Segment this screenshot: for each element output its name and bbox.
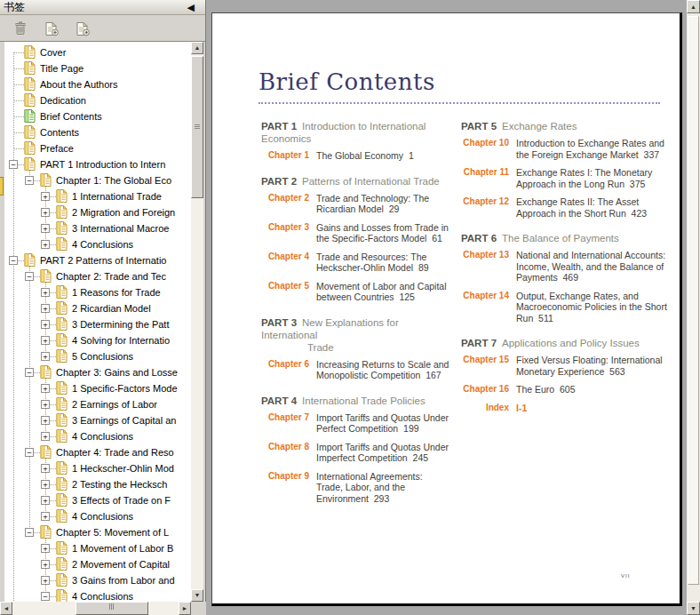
bookmark-label[interactable]: Chapter 3: Gains and Losse	[56, 364, 178, 380]
bookmark-label[interactable]: 1 Movement of Labor B	[72, 540, 173, 556]
bookmark-item[interactable]: Cover	[4, 44, 191, 60]
bookmark-label[interactable]: PART 1 Introduction to Intern	[40, 156, 165, 172]
bookmark-item[interactable]: Preface	[4, 140, 191, 156]
add-bookmark-button[interactable]	[41, 19, 62, 38]
panel-scroll-up-icon[interactable]: ▲	[191, 42, 203, 54]
expand-node-icon[interactable]: +	[41, 336, 50, 345]
bookmark-label[interactable]: 4 Conclusions	[72, 508, 133, 524]
expand-node-icon[interactable]: +	[41, 288, 50, 297]
toc-chapter-entry[interactable]: Chapter 4 Trade and Resources: The Hecks…	[261, 252, 451, 274]
bookmark-label[interactable]: 1 International Trade	[72, 188, 162, 204]
collapse-panel-icon[interactable]: ◀	[187, 2, 195, 13]
toc-chapter-entry[interactable]: Chapter 7 Import Tariffs and Quotas Unde…	[261, 412, 451, 435]
panel-scroll-thumb[interactable]	[191, 56, 203, 198]
expand-node-icon[interactable]: +	[41, 464, 50, 473]
bookmark-sub-item[interactable]: + 1 Movement of Labor B	[4, 540, 191, 556]
collapse-node-icon[interactable]: −	[25, 272, 34, 281]
bookmark-item[interactable]: − PART 2 Patterns of Internatio	[4, 252, 191, 268]
bookmark-sub-item[interactable]: − 4 Conclusions	[4, 588, 191, 602]
document-scroll-thumb[interactable]	[688, 16, 699, 585]
expand-node-icon[interactable]: +	[41, 576, 50, 585]
bookmark-item[interactable]: − PART 1 Introduction to Intern	[4, 156, 191, 172]
bookmark-label[interactable]: 5 Conclusions	[72, 348, 133, 364]
bookmark-label[interactable]: 3 Effects of Trade on F	[72, 492, 171, 508]
collapse-node-icon[interactable]: −	[9, 160, 18, 169]
bookmark-sub-item[interactable]: + 1 Reasons for Trade	[4, 284, 191, 300]
toc-chapter-entry[interactable]: Chapter 11 Exchange Rates I: The Monetar…	[461, 167, 669, 189]
expand-node-icon[interactable]: +	[41, 224, 50, 233]
bookmark-label[interactable]: 2 Earnings of Labor	[72, 396, 157, 412]
bookmark-item[interactable]: About the Authors	[4, 76, 191, 92]
bookmark-label[interactable]: 1 Specific-Factors Mode	[72, 380, 178, 396]
bookmark-label[interactable]: Dedication	[40, 92, 86, 108]
bookmark-label[interactable]: 3 Determining the Patt	[72, 316, 169, 332]
bookmark-label[interactable]: 2 Movement of Capital	[72, 556, 170, 572]
bookmark-sub-item[interactable]: + 4 Conclusions	[4, 508, 191, 524]
bookmark-sub-item[interactable]: + 2 Ricardian Model	[4, 300, 191, 316]
toc-chapter-entry[interactable]: Chapter 5 Movement of Labor and Capital …	[261, 281, 451, 303]
bookmark-label[interactable]: 2 Testing the Hecksch	[72, 476, 167, 492]
bookmark-item[interactable]: Title Page	[4, 60, 191, 76]
bookmark-sub-item[interactable]: + 4 Solving for Internatio	[4, 332, 191, 348]
expand-node-icon[interactable]: +	[41, 560, 50, 569]
toc-chapter-entry[interactable]: Chapter 10 Introduction to Exchange Rate…	[461, 138, 669, 160]
document-scroll-down-icon[interactable]: ▼	[687, 602, 700, 615]
export-bookmark-button[interactable]	[72, 19, 93, 38]
panel-scroll-down-icon[interactable]: ▼	[191, 589, 203, 602]
toc-chapter-entry[interactable]: Chapter 1 The Global Economy 1	[261, 150, 451, 162]
toc-chapter-entry[interactable]: Index I-1	[461, 403, 669, 414]
bookmark-sub-item[interactable]: + 2 Movement of Capital	[4, 556, 191, 572]
bookmark-label[interactable]: Chapter 2: Trade and Tec	[56, 268, 166, 284]
expand-node-icon[interactable]: +	[41, 240, 50, 249]
bookmark-sub-item[interactable]: + 3 Gains from Labor and	[4, 572, 191, 588]
bookmark-label[interactable]: Brief Contents	[40, 108, 102, 124]
bookmark-label[interactable]: About the Authors	[40, 76, 117, 92]
bookmark-sub-item[interactable]: − Chapter 3: Gains and Losse	[4, 364, 191, 380]
toc-chapter-entry[interactable]: Chapter 3 Gains and Losses from Trade in…	[261, 222, 451, 244]
expand-node-icon[interactable]: +	[41, 480, 50, 489]
bookmark-label[interactable]: 3 Gains from Labor and	[72, 572, 175, 588]
bookmark-sub-item[interactable]: + 1 International Trade	[4, 188, 191, 204]
document-scroll-up-icon[interactable]: ▲	[687, 0, 700, 13]
bookmark-label[interactable]: Chapter 1: The Global Eco	[56, 172, 171, 188]
bookmark-label[interactable]: 2 Migration and Foreign	[72, 204, 175, 220]
toc-chapter-entry[interactable]: Chapter 8 Import Tariffs and Quotas Unde…	[261, 442, 451, 464]
bookmark-sub-item[interactable]: + 4 Conclusions	[4, 428, 191, 444]
bookmark-label[interactable]: Cover	[40, 44, 66, 60]
toc-chapter-entry[interactable]: Chapter 13 National and International Ac…	[461, 250, 669, 284]
bookmark-item[interactable]: Contents	[4, 124, 191, 140]
expand-node-icon[interactable]: +	[41, 416, 50, 425]
bookmark-sub-item[interactable]: + 3 Determining the Patt	[4, 316, 191, 332]
bookmark-label[interactable]: Preface	[40, 140, 74, 156]
panel-scroll-left-icon[interactable]: ◄	[0, 602, 12, 615]
bookmark-label[interactable]: 1 Heckscher-Ohlin Mod	[72, 460, 174, 476]
expand-node-icon[interactable]: +	[41, 544, 50, 553]
toc-chapter-entry[interactable]: Chapter 9 International Agreements: Trad…	[261, 471, 451, 505]
bookmark-sub-item[interactable]: + 5 Conclusions	[4, 348, 191, 364]
bookmark-label[interactable]: 4 Conclusions	[72, 588, 133, 602]
expand-node-icon[interactable]: +	[41, 496, 50, 505]
expand-node-icon[interactable]: +	[41, 512, 50, 521]
delete-bookmark-button[interactable]	[10, 19, 31, 38]
expand-node-icon[interactable]: +	[41, 400, 50, 409]
bookmark-sub-item[interactable]: + 3 International Macroe	[4, 220, 191, 236]
collapse-node-icon[interactable]: −	[9, 256, 18, 265]
collapse-node-icon[interactable]: −	[25, 176, 34, 185]
bookmark-sub-item[interactable]: − Chapter 4: Trade and Reso	[4, 444, 191, 460]
collapse-node-icon[interactable]: −	[25, 368, 34, 377]
expand-node-icon[interactable]: +	[41, 304, 50, 313]
bookmark-label[interactable]: 4 Conclusions	[72, 236, 133, 252]
expand-node-icon[interactable]: +	[41, 208, 50, 217]
bookmark-sub-item[interactable]: + 2 Migration and Foreign	[4, 204, 191, 220]
bookmark-label[interactable]: Chapter 4: Trade and Reso	[56, 444, 174, 460]
collapse-node-icon[interactable]: −	[41, 592, 50, 601]
bookmark-label[interactable]: 3 International Macroe	[72, 220, 169, 236]
bookmark-sub-item[interactable]: − Chapter 1: The Global Eco	[4, 172, 191, 188]
toc-chapter-entry[interactable]: Chapter 12 Exchange Rates II: The Asset …	[461, 196, 669, 219]
bookmark-sub-item[interactable]: + 3 Effects of Trade on F	[4, 492, 191, 508]
bookmark-label[interactable]: 1 Reasons for Trade	[72, 284, 161, 300]
bookmark-sub-item[interactable]: + 2 Earnings of Labor	[4, 396, 191, 412]
toc-chapter-entry[interactable]: Chapter 2 Trade and Technology: The Rica…	[261, 193, 451, 215]
bookmark-sub-item[interactable]: + 3 Earnings of Capital an	[4, 412, 191, 428]
collapse-node-icon[interactable]: −	[25, 528, 34, 537]
